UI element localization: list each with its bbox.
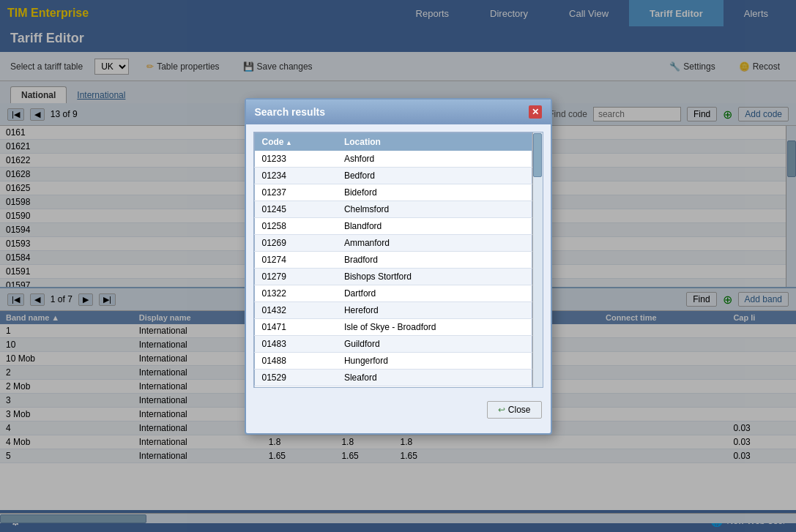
result-location-cell: Bradford (337, 251, 532, 268)
modal-close-footer-btn[interactable]: ↩ Close (487, 401, 542, 419)
result-code-cell: 01245 (254, 201, 337, 217)
result-row[interactable]: 01234 Bedford (254, 167, 532, 184)
close-arrow-icon: ↩ (498, 405, 505, 415)
results-table: Code Location 01233 Ashford 01234 Bedfor… (254, 132, 532, 388)
result-code-cell: 01471 (254, 318, 337, 335)
result-row[interactable]: 01471 Isle of Skye - Broadford (254, 318, 532, 335)
search-results-modal: Search results ✕ Code Location 01233 Ash… (245, 98, 552, 435)
result-code-cell: 01529 (254, 369, 337, 386)
result-code-cell: 01322 (254, 285, 337, 301)
result-location-cell: Bedford (337, 167, 532, 184)
result-row[interactable]: 01237 Bideford (254, 184, 532, 201)
result-row[interactable]: 01279 Bishops Stortford (254, 268, 532, 285)
result-location-cell: Ashford (337, 151, 532, 168)
col-code-header[interactable]: Code (254, 132, 337, 151)
result-row[interactable]: 01565 Knutsford (254, 386, 532, 388)
result-location-cell: Bishops Stortford (337, 268, 532, 285)
result-code-cell: 01237 (254, 184, 337, 201)
result-row[interactable]: 01483 Guildford (254, 335, 532, 352)
result-code-cell: 01488 (254, 352, 337, 369)
result-code-cell: 01432 (254, 301, 337, 318)
result-row[interactable]: 01432 Hereford (254, 301, 532, 318)
modal-close-label: Close (508, 405, 531, 415)
modal-close-btn[interactable]: ✕ (529, 105, 542, 119)
modal-scrollbar[interactable] (532, 132, 543, 387)
result-location-cell: Hereford (337, 301, 532, 318)
modal-scroll-area: Code Location 01233 Ashford 01234 Bedfor… (253, 132, 543, 388)
result-row[interactable]: 01322 Dartford (254, 285, 532, 301)
result-row[interactable]: 01488 Hungerford (254, 352, 532, 369)
result-location-cell: Guildford (337, 335, 532, 352)
modal-overlay: Search results ✕ Code Location 01233 Ash… (0, 0, 796, 532)
modal-footer: ↩ Close (246, 395, 551, 424)
result-location-cell: Chelmsford (337, 201, 532, 217)
result-code-cell: 01269 (254, 234, 337, 251)
result-code-cell: 01279 (254, 268, 337, 285)
result-code-cell: 01233 (254, 151, 337, 168)
result-code-cell: 01483 (254, 335, 337, 352)
result-location-cell: Bideford (337, 184, 532, 201)
result-location-cell: Dartford (337, 285, 532, 301)
result-location-cell: Sleaford (337, 369, 532, 386)
result-row[interactable]: 01233 Ashford (254, 151, 532, 168)
result-row[interactable]: 01269 Ammanford (254, 234, 532, 251)
result-row[interactable]: 01529 Sleaford (254, 369, 532, 386)
modal-body: Code Location 01233 Ashford 01234 Bedfor… (246, 124, 551, 395)
modal-title: Search results (255, 106, 326, 118)
result-code-cell: 01565 (254, 386, 337, 388)
result-location-cell: Hungerford (337, 352, 532, 369)
result-code-cell: 01234 (254, 167, 337, 184)
col-location-header[interactable]: Location (337, 132, 532, 151)
result-code-cell: 01274 (254, 251, 337, 268)
result-location-cell: Knutsford (337, 386, 532, 388)
modal-title-bar: Search results ✕ (246, 100, 551, 124)
result-code-cell: 01258 (254, 217, 337, 234)
modal-scrollbar-thumb (533, 133, 542, 177)
result-location-cell: Isle of Skye - Broadford (337, 318, 532, 335)
result-row[interactable]: 01245 Chelmsford (254, 201, 532, 217)
result-location-cell: Blandford (337, 217, 532, 234)
result-row[interactable]: 01258 Blandford (254, 217, 532, 234)
result-row[interactable]: 01274 Bradford (254, 251, 532, 268)
result-location-cell: Ammanford (337, 234, 532, 251)
